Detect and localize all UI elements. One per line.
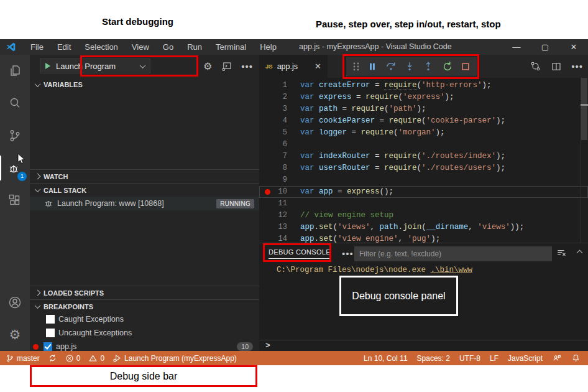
gutter[interactable]: 6	[259, 139, 296, 151]
indentation-indicator[interactable]: Spaces: 2	[417, 354, 450, 363]
gutter[interactable]: 7	[259, 151, 296, 162]
checkbox-checked[interactable]	[44, 342, 52, 351]
breakpoint-uncaught-exceptions[interactable]: Uncaught Exceptions	[30, 326, 259, 340]
code-line[interactable]: 2var express = require('express');	[259, 91, 588, 103]
sync-icon[interactable]	[48, 353, 57, 363]
tab-close-icon[interactable]: ✕	[315, 62, 321, 71]
tab-appjs[interactable]: JS app.js ✕	[259, 55, 328, 78]
gutter[interactable]: 1	[259, 80, 296, 91]
code-line[interactable]: 8var usersRouter = require('./routes/use…	[259, 162, 588, 174]
encoding-indicator[interactable]: UTF-8	[459, 354, 480, 363]
page: Start debugging Pause, step over, step i…	[0, 0, 588, 392]
menu-bar: FileEditSelectionViewGoRunTerminalHelp	[25, 39, 282, 55]
code-line[interactable]: 13app.set('views', path.join(__dirname, …	[259, 222, 588, 233]
code-line[interactable]: 3var path = require('path');	[259, 103, 588, 115]
menu-selection[interactable]: Selection	[79, 39, 123, 55]
gutter[interactable]: 9	[259, 174, 296, 186]
language-indicator[interactable]: JavaScript	[508, 354, 543, 363]
editor-scrollbar[interactable]	[581, 78, 588, 243]
breakpoint-dot-icon[interactable]	[265, 189, 270, 195]
configure-gear-icon[interactable]: ⚙	[203, 60, 212, 72]
run-debug-icon[interactable]: 1	[0, 152, 30, 184]
debug-session-item[interactable]: Launch Program (myExpressApp)	[113, 353, 237, 363]
title-bar: FileEditSelectionViewGoRunTerminalHelp a…	[0, 39, 588, 55]
source-control-icon[interactable]	[0, 119, 30, 152]
checkbox-unchecked[interactable]	[46, 329, 55, 337]
scrollbar-thumb[interactable]	[581, 78, 587, 140]
gutter[interactable]: 13	[259, 222, 296, 233]
branch-icon	[6, 354, 14, 363]
menu-edit[interactable]: Edit	[52, 39, 76, 55]
search-icon[interactable]	[0, 87, 30, 119]
menu-go[interactable]: Go	[157, 39, 179, 55]
open-changes-icon[interactable]	[530, 60, 541, 72]
account-icon[interactable]	[0, 286, 30, 319]
feedback-icon[interactable]	[552, 353, 562, 363]
menu-help[interactable]: Help	[254, 39, 282, 55]
extensions-icon[interactable]	[0, 184, 30, 217]
section-loaded-scripts[interactable]: LOADED SCRIPTS	[30, 286, 259, 299]
chevron-down-icon	[35, 186, 41, 192]
close-button[interactable]: ✕	[559, 39, 588, 55]
code-line[interactable]: 12// view engine setup	[259, 210, 588, 222]
breakpoint-caught-exceptions[interactable]: Caught Exceptions	[30, 312, 259, 326]
console-filter-input[interactable]	[354, 246, 552, 261]
gutter[interactable]: 12	[259, 210, 296, 222]
code-line[interactable]: 4var cookieParser = require('cookie-pars…	[259, 115, 588, 127]
menu-file[interactable]: File	[25, 39, 49, 55]
code-line[interactable]: 1var createError = require('http-errors'…	[259, 80, 588, 91]
line-col-indicator[interactable]: Ln 10, Col 11	[364, 354, 408, 363]
gutter[interactable]: 5	[259, 127, 296, 139]
maximize-button[interactable]: ▢	[531, 39, 559, 55]
gutter[interactable]: 10	[259, 186, 296, 198]
breakpoint-appjs[interactable]: app.js 10	[30, 340, 259, 353]
git-branch-item[interactable]: master	[6, 354, 40, 363]
menu-run[interactable]: Run	[181, 39, 208, 55]
code-lines: 1var createError = require('http-errors'…	[259, 80, 588, 243]
gutter[interactable]: 2	[259, 91, 296, 103]
section-variables[interactable]: VARIABLES	[30, 78, 259, 91]
code-line[interactable]: 5var logger = require('morgan');	[259, 127, 588, 139]
gutter[interactable]: 4	[259, 115, 296, 127]
chevron-right-icon	[35, 290, 41, 296]
code-line[interactable]: 10var app = express();	[259, 186, 588, 198]
panel-more-tabs-icon[interactable]: •••	[342, 248, 354, 259]
code-line[interactable]: 11	[259, 198, 588, 210]
settings-gear-icon[interactable]: ⚙	[0, 319, 30, 351]
code-line[interactable]: 7var indexRouter = require('./routes/ind…	[259, 151, 588, 162]
menu-terminal[interactable]: Terminal	[210, 39, 252, 55]
code-editor[interactable]: 1var createError = require('http-errors'…	[259, 78, 588, 243]
vscode-logo-icon	[6, 42, 16, 52]
bug-icon	[44, 198, 53, 208]
notifications-bell-icon[interactable]	[571, 353, 581, 363]
call-stack-session-row[interactable]: Launch Program: www [10868] RUNNING	[30, 197, 259, 210]
gutter[interactable]: 14	[259, 233, 296, 243]
collapse-panel-icon[interactable]	[577, 250, 583, 256]
gutter[interactable]: 11	[259, 198, 296, 210]
minimize-button[interactable]: —	[502, 39, 531, 55]
console-prompt: >	[265, 341, 270, 350]
gutter[interactable]: 3	[259, 103, 296, 115]
more-actions-icon[interactable]: •••	[241, 61, 253, 72]
split-editor-icon[interactable]	[551, 61, 562, 72]
console-input-row[interactable]: >	[259, 340, 588, 352]
eol-indicator[interactable]: LF	[490, 354, 498, 363]
section-call-stack[interactable]: CALL STACK	[30, 183, 259, 197]
debug-console-toggle-icon[interactable]	[221, 60, 232, 72]
menu-view[interactable]: View	[126, 39, 155, 55]
explorer-icon[interactable]	[0, 55, 30, 87]
start-debug-icon[interactable]	[45, 63, 50, 69]
errors-item[interactable]: 0	[65, 354, 81, 363]
code-line[interactable]: 6	[259, 139, 588, 151]
code-line[interactable]: 9	[259, 174, 588, 186]
console-output-link[interactable]: .\bin\www	[431, 266, 473, 274]
clear-console-icon[interactable]	[556, 247, 567, 259]
section-breakpoints[interactable]: BREAKPOINTS	[30, 299, 259, 313]
code-line[interactable]: 14app.set('view engine', 'pug');	[259, 233, 588, 243]
gutter[interactable]: 8	[259, 162, 296, 174]
checkbox-unchecked[interactable]	[46, 315, 55, 324]
running-status-badge: RUNNING	[216, 199, 254, 208]
editor-more-actions-icon[interactable]: •••	[571, 61, 583, 72]
warnings-item[interactable]: 0	[88, 354, 104, 363]
section-watch[interactable]: WATCH	[30, 169, 259, 183]
